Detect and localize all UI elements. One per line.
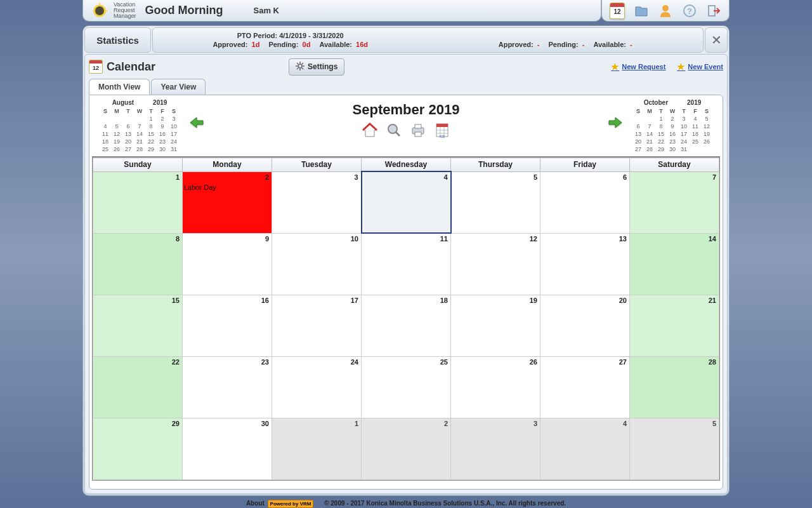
- day-cell[interactable]: 6: [540, 171, 630, 233]
- day-cell[interactable]: 9: [183, 233, 272, 295]
- day-header: Friday: [540, 158, 630, 172]
- day-cell[interactable]: 3: [451, 418, 540, 479]
- day-cell[interactable]: 2: [362, 418, 451, 479]
- day-cell[interactable]: 22: [93, 356, 183, 418]
- topbar-right: 12 ?: [601, 0, 730, 22]
- day-cell[interactable]: 21: [630, 295, 719, 356]
- svg-rect-18: [415, 124, 421, 128]
- day-cell[interactable]: 23: [183, 356, 272, 418]
- day-cell[interactable]: 17: [272, 295, 362, 356]
- new-event-link[interactable]: ★New Event: [677, 62, 723, 72]
- day-cell[interactable]: 28: [630, 356, 719, 418]
- day-header: Thursday: [451, 158, 540, 172]
- day-cell[interactable]: 1: [93, 171, 183, 233]
- day-cell[interactable]: 5: [630, 418, 719, 479]
- day-cell[interactable]: 24: [272, 356, 362, 418]
- mini-calendar-prev[interactable]: August2019 SMTWTFS1234567891011121314151…: [92, 98, 187, 153]
- statistics-body: PTO Period: 4/1/2019 - 3/31/2020 Approve…: [152, 27, 704, 53]
- statistics-label: Statistics: [84, 27, 151, 53]
- user-icon[interactable]: [658, 3, 673, 18]
- day-cell[interactable]: 25: [362, 356, 451, 418]
- tab-year-view[interactable]: Year View: [151, 79, 206, 95]
- day-cell[interactable]: 12: [451, 233, 540, 295]
- day-cell[interactable]: 13: [540, 233, 630, 295]
- prev-month-button[interactable]: [189, 116, 204, 130]
- next-month-button[interactable]: [608, 116, 623, 130]
- day-cell[interactable]: 11: [362, 233, 451, 295]
- documents-icon[interactable]: [634, 3, 649, 18]
- gear-icon: [296, 62, 304, 72]
- day-cell[interactable]: 18: [362, 295, 451, 356]
- day-cell[interactable]: 4: [362, 171, 451, 233]
- settings-button[interactable]: Settings: [289, 58, 344, 76]
- search-icon[interactable]: [385, 122, 403, 138]
- home-icon[interactable]: [361, 122, 379, 138]
- day-cell[interactable]: 5: [451, 171, 540, 233]
- day-cell[interactable]: 4: [540, 418, 630, 479]
- app-logo-icon: [91, 2, 108, 20]
- svg-point-2: [662, 5, 669, 11]
- day-cell[interactable]: 19: [451, 295, 540, 356]
- help-icon[interactable]: ?: [682, 3, 697, 18]
- svg-line-16: [396, 132, 400, 136]
- svg-rect-21: [436, 124, 448, 127]
- greeting-text: Good Morning: [145, 4, 223, 17]
- calendar-grid: SundayMondayTuesdayWednesdayThursdayFrid…: [92, 156, 720, 481]
- day-cell[interactable]: 2Labor Day: [183, 171, 272, 233]
- app-brand-text: Vacation Request Manager: [114, 2, 136, 19]
- footer: About Powered by VRM © 2009 - 2017 Konic…: [0, 500, 812, 508]
- panel-title: Calendar: [107, 60, 155, 74]
- day-header: Monday: [183, 158, 272, 172]
- svg-line-12: [302, 68, 303, 69]
- day-cell[interactable]: 15: [93, 295, 183, 356]
- star-icon: ★: [611, 62, 619, 72]
- day-header: Tuesday: [272, 158, 362, 172]
- svg-line-13: [302, 63, 303, 64]
- tab-month-view[interactable]: Month View: [89, 79, 150, 95]
- powered-by-badge[interactable]: Powered by VRM: [268, 500, 314, 508]
- day-cell[interactable]: 30: [183, 418, 272, 479]
- current-month-title: September 2019: [206, 98, 606, 118]
- svg-text:?: ?: [687, 6, 692, 16]
- new-request-link[interactable]: ★New Request: [611, 62, 665, 72]
- day-header: Wednesday: [362, 158, 451, 172]
- svg-line-11: [297, 63, 298, 64]
- holiday-event: Labor Day: [183, 172, 272, 191]
- pto-period: PTO Period: 4/1/2019 - 3/31/2020: [237, 32, 344, 39]
- svg-point-1: [95, 6, 104, 15]
- username-text: Sam K: [254, 6, 279, 15]
- day-cell[interactable]: 27: [540, 356, 630, 418]
- svg-line-14: [297, 68, 298, 69]
- svg-text:ICS: ICS: [440, 135, 445, 138]
- day-cell[interactable]: 16: [183, 295, 272, 356]
- svg-point-6: [298, 64, 302, 68]
- day-cell[interactable]: 3: [272, 171, 362, 233]
- close-stats-button[interactable]: ✕: [705, 27, 728, 53]
- day-cell[interactable]: 1: [272, 418, 362, 479]
- day-cell[interactable]: 26: [451, 356, 540, 418]
- print-icon[interactable]: [409, 122, 427, 138]
- topbar-left: Vacation Request Manager Good Morning Sa…: [82, 0, 601, 22]
- day-cell[interactable]: 10: [272, 233, 362, 295]
- logout-icon[interactable]: [706, 3, 721, 18]
- day-cell[interactable]: 14: [630, 233, 719, 295]
- svg-rect-19: [415, 132, 421, 137]
- calendar-small-icon: 12: [89, 60, 103, 74]
- export-ics-icon[interactable]: ICS: [433, 122, 451, 138]
- day-header: Saturday: [630, 158, 719, 172]
- day-cell[interactable]: 29: [93, 418, 183, 479]
- svg-point-15: [388, 124, 397, 133]
- mini-calendar-next[interactable]: October2019 SMTWTFS123456789101112131415…: [625, 98, 720, 153]
- day-cell[interactable]: 8: [93, 233, 183, 295]
- day-cell[interactable]: 20: [540, 295, 630, 356]
- star-icon: ★: [677, 62, 685, 72]
- day-header: Sunday: [93, 158, 183, 172]
- day-cell[interactable]: 7: [630, 171, 719, 233]
- calendar-icon[interactable]: 12: [610, 3, 625, 18]
